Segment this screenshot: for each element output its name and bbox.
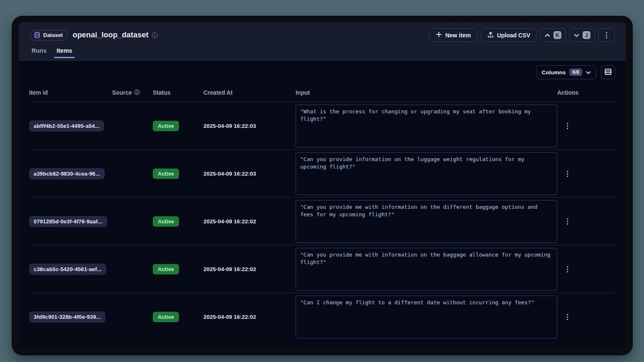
table-row: 0791285d-0e3f-4f76-9aaf... Active 2025-0… — [29, 198, 615, 245]
upload-csv-label: Upload CSV — [497, 32, 530, 39]
row-actions-menu-button[interactable]: ⋮ — [560, 215, 575, 227]
tab-items[interactable]: Items — [56, 47, 72, 58]
chevron-down-icon — [574, 32, 579, 39]
shortcut-key-k: K — [553, 31, 561, 39]
column-header-source: Source ⓘ — [112, 89, 153, 96]
table-body: abfff4b2-55e1-4495-a54... Active 2025-04… — [29, 102, 615, 341]
columns-count-badge: 6/8 — [569, 68, 582, 76]
status-cell: Active — [153, 121, 203, 131]
status-cell: Active — [153, 312, 203, 322]
status-cell: Active — [153, 169, 203, 179]
new-item-button[interactable]: New item — [429, 28, 477, 42]
item-id-cell: c38cab5c-5420-4561-aef... — [29, 264, 112, 275]
previous-item-button[interactable]: K — [540, 28, 566, 42]
kebab-menu-icon: ⋮ — [603, 32, 610, 39]
row-height-toggle-button[interactable] — [601, 65, 615, 79]
created-at-value: 2025-04-09 16:22:03 — [203, 123, 296, 129]
actions-cell: ⋮ — [557, 120, 615, 132]
status-cell: Active — [153, 216, 203, 227]
item-id-cell: a39bcb82-9830-4cea-96... — [29, 168, 112, 179]
actions-cell: ⋮ — [557, 215, 615, 227]
actions-cell: ⋮ — [557, 311, 615, 323]
actions-cell: ⋮ — [557, 263, 615, 275]
column-header-input: Input — [296, 89, 557, 96]
row-actions-menu-button[interactable]: ⋮ — [560, 311, 575, 323]
input-value-box[interactable]: "Can I change my flight to a different d… — [296, 296, 557, 338]
next-item-button[interactable]: J — [569, 28, 595, 42]
page-header: Dataset openai_loop_dataset ⓘ New item — [18, 22, 626, 61]
input-value-box[interactable]: "Can you provide information on the lugg… — [296, 152, 557, 195]
table-rows-icon — [605, 68, 612, 76]
input-cell: "Can I change my flight to a different d… — [296, 293, 557, 341]
column-header-created-at: Created At — [203, 89, 296, 96]
created-at-value: 2025-04-09 16:22:02 — [203, 266, 296, 272]
header-overflow-menu-button[interactable]: ⋮ — [598, 28, 615, 42]
item-id-badge[interactable]: 3fd9c901-328b-4f0e-939... — [29, 311, 105, 323]
status-cell: Active — [153, 264, 203, 274]
database-icon — [34, 32, 40, 39]
upload-csv-button[interactable]: Upload CSV — [481, 28, 537, 42]
dataset-type-badge: Dataset — [30, 30, 68, 41]
table-header-row: Item id Source ⓘ Status Created At Input… — [29, 83, 615, 102]
column-header-actions: Actions — [557, 89, 615, 96]
chevron-up-icon — [545, 32, 550, 39]
input-cell: "What is the process for changing or upg… — [296, 102, 557, 149]
item-id-badge[interactable]: c38cab5c-5420-4561-aef... — [29, 264, 106, 275]
item-id-cell: abfff4b2-55e1-4495-a54... — [29, 120, 112, 132]
status-badge: Active — [153, 121, 179, 131]
created-at-value: 2025-04-09 16:22:03 — [203, 171, 296, 177]
new-item-label: New item — [445, 32, 470, 39]
app-window: Dataset openai_loop_dataset ⓘ New item — [12, 16, 633, 355]
input-cell: "Can you provide information on the lugg… — [296, 150, 557, 197]
page-title: openai_loop_dataset — [73, 31, 149, 39]
dataset-panel: Dataset openai_loop_dataset ⓘ New item — [18, 22, 626, 349]
actions-cell: ⋮ — [557, 168, 615, 180]
plus-icon — [436, 32, 442, 39]
table-toolbar: Columns 6/8 — [29, 61, 615, 79]
row-actions-menu-button[interactable]: ⋮ — [560, 263, 575, 275]
columns-label: Columns — [542, 69, 566, 76]
title-info-icon[interactable]: ⓘ — [152, 32, 158, 38]
column-header-status: Status — [153, 89, 203, 96]
table-row: abfff4b2-55e1-4495-a54... Active 2025-04… — [29, 102, 615, 150]
item-id-badge[interactable]: abfff4b2-55e1-4495-a54... — [29, 120, 104, 132]
row-actions-menu-button[interactable]: ⋮ — [560, 120, 575, 132]
columns-dropdown[interactable]: Columns 6/8 — [536, 65, 597, 79]
upload-icon — [487, 32, 494, 39]
created-at-value: 2025-04-09 16:22:02 — [203, 218, 296, 225]
item-id-cell: 0791285d-0e3f-4f76-9aaf... — [29, 216, 112, 227]
table-row: a39bcb82-9830-4cea-96... Active 2025-04-… — [29, 150, 615, 198]
input-cell: "Can you provide me with information on … — [296, 198, 557, 245]
dataset-badge-label: Dataset — [43, 32, 63, 38]
items-content: Columns 6/8 Item — [18, 61, 626, 349]
input-value-box[interactable]: "Can you provide me with information on … — [296, 248, 557, 291]
status-badge: Active — [153, 169, 179, 179]
input-cell: "Can you provide me with information on … — [296, 245, 557, 293]
item-id-badge[interactable]: 0791285d-0e3f-4f76-9aaf... — [29, 216, 107, 227]
table-row: c38cab5c-5420-4561-aef... Active 2025-04… — [29, 245, 615, 293]
created-at-value: 2025-04-09 16:22:02 — [203, 314, 296, 320]
status-badge: Active — [153, 216, 179, 227]
input-value-box[interactable]: "Can you provide me with information on … — [296, 200, 557, 243]
table-row: 3fd9c901-328b-4f0e-939... Active 2025-04… — [29, 293, 615, 341]
tab-bar: Runs Items — [30, 47, 615, 58]
item-id-badge[interactable]: a39bcb82-9830-4cea-96... — [29, 168, 105, 179]
source-info-icon[interactable]: ⓘ — [134, 90, 140, 95]
column-header-item-id: Item id — [29, 89, 112, 96]
status-badge: Active — [153, 312, 179, 322]
input-value-box[interactable]: "What is the process for changing or upg… — [296, 105, 557, 147]
tab-runs[interactable]: Runs — [32, 47, 47, 58]
row-actions-menu-button[interactable]: ⋮ — [560, 168, 575, 180]
shortcut-key-j: J — [583, 31, 590, 39]
item-id-cell: 3fd9c901-328b-4f0e-939... — [29, 311, 112, 323]
status-badge: Active — [153, 264, 179, 274]
chevron-down-icon — [586, 69, 591, 76]
